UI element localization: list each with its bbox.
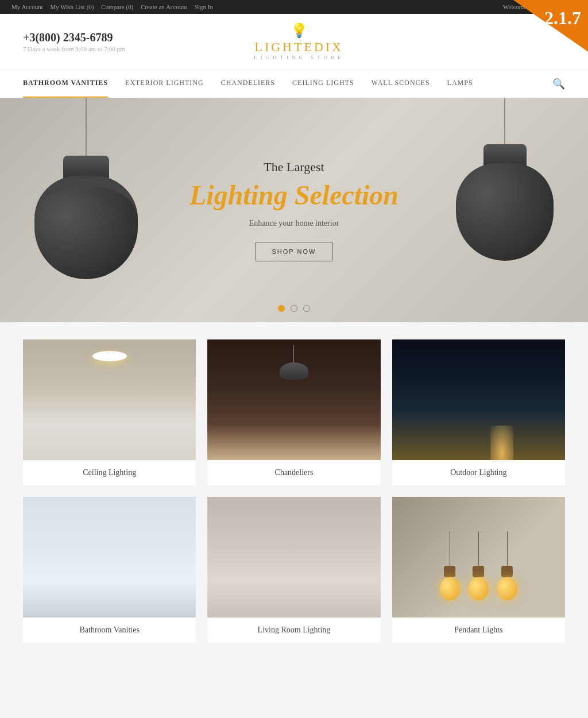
bulb-holder-1 <box>444 566 455 577</box>
nav-wall-sconces[interactable]: WALL SCONCES <box>372 70 430 98</box>
bulb-cord-3 <box>507 531 508 566</box>
wishlist-link[interactable]: My Wish List (0) <box>50 3 94 10</box>
bulb-group <box>440 514 517 600</box>
nav-bathroom-vanities[interactable]: BATHROOM VANITIES <box>23 70 108 98</box>
product-label-chandeliers: Chandeliers <box>275 460 314 485</box>
nav-exterior-lighting[interactable]: EXTERIOR LIGHTING <box>125 70 204 98</box>
room-pendant-illustration <box>392 497 565 617</box>
product-image-bathroom <box>23 497 196 617</box>
lamp-wire-right <box>504 98 505 144</box>
product-card-living[interactable]: Living Room Lighting <box>207 497 380 643</box>
nav-lamps[interactable]: LAMPS <box>447 70 473 98</box>
product-label-outdoor: Outdoor Lighting <box>450 460 506 485</box>
logo-name: LIGHTEDIX <box>254 40 343 55</box>
phone-number: +3(800) 2345-6789 <box>23 31 125 44</box>
bulb-globe-1 <box>440 577 460 600</box>
lamp-wire-left <box>86 98 87 156</box>
logo-tagline: LIGHTING STORE <box>254 55 345 60</box>
create-account-link[interactable]: Create an Account <box>141 3 187 10</box>
room-outdoor-illustration <box>392 339 565 460</box>
bulb-cord-1 <box>450 531 450 566</box>
lamp-body-right <box>456 163 554 261</box>
ceiling-lamp-illustration <box>92 351 127 361</box>
product-card-pendant[interactable]: Pendant Lights <box>392 497 565 643</box>
pendant-shade <box>280 362 308 380</box>
product-image-living <box>207 497 380 617</box>
logo-name-part2: DIX <box>314 40 343 54</box>
logo[interactable]: 💡 LIGHTEDIX LIGHTING STORE <box>254 22 345 60</box>
carousel-dot-3[interactable] <box>303 305 310 312</box>
product-section: Ceiling Lighting Chandeliers <box>0 322 588 671</box>
product-image-ceiling <box>23 339 196 460</box>
signin-link[interactable]: Sign In <box>195 3 213 10</box>
main-nav: BATHROOM VANITIES EXTERIOR LIGHTING CHAN… <box>0 70 588 98</box>
room-bathroom-illustration <box>23 497 196 617</box>
hero-description: Enhance your home interior <box>189 219 399 228</box>
version-number: 2.1.7 <box>544 9 581 27</box>
phone-section: +3(800) 2345-6789 7 Days a week from 9:0… <box>23 31 125 52</box>
bulb-holder-2 <box>473 566 484 577</box>
bulb-item-1 <box>440 531 460 600</box>
carousel-dot-2[interactable] <box>291 305 297 312</box>
product-grid-row1: Ceiling Lighting Chandeliers <box>23 339 565 485</box>
product-image-chandeliers <box>207 339 380 460</box>
product-image-pendant <box>392 497 565 617</box>
logo-icon: 💡 <box>291 22 308 38</box>
business-hours: 7 Days a week from 9:00 am to 7:00 pm <box>23 45 125 52</box>
bulb-cord-2 <box>478 531 479 566</box>
hero-subtitle: The Largest <box>189 160 399 175</box>
hero-banner: The Largest Lighting Selection Enhance y… <box>0 98 588 322</box>
hero-title: Lighting Selection <box>189 179 399 211</box>
search-icon[interactable]: 🔍 <box>552 78 565 90</box>
lamp-body-left <box>34 176 138 279</box>
top-bar-links: My Account My Wish List (0) Compare (0) … <box>11 3 219 10</box>
bulb-holder-3 <box>501 566 513 577</box>
product-label-bathroom: Bathroom Vanities <box>79 617 139 643</box>
product-card-ceiling[interactable]: Ceiling Lighting <box>23 339 196 485</box>
product-card-outdoor[interactable]: Outdoor Lighting <box>392 339 565 485</box>
bulb-item-3 <box>497 531 517 600</box>
bulb-globe-2 <box>469 577 489 600</box>
hero-content: The Largest Lighting Selection Enhance y… <box>189 160 399 261</box>
product-label-living: Living Room Lighting <box>258 617 331 643</box>
shop-now-button[interactable]: SHOP NOW <box>256 242 333 261</box>
logo-name-part1: LIGHTE <box>254 40 314 54</box>
product-card-chandeliers[interactable]: Chandeliers <box>207 339 380 485</box>
room-dining-illustration <box>207 339 380 460</box>
product-label-pendant: Pendant Lights <box>454 617 502 643</box>
top-bar: My Account My Wish List (0) Compare (0) … <box>0 0 588 14</box>
nav-chandeliers[interactable]: CHANDELIERS <box>221 70 275 98</box>
hero-carousel-dots <box>278 305 310 312</box>
bulb-globe-3 <box>497 577 517 600</box>
outdoor-glow <box>490 426 513 460</box>
pendant-lamp-illustration <box>280 345 308 380</box>
hero-lamp-right <box>456 98 554 261</box>
bulb-item-2 <box>469 531 489 600</box>
room-living-illustration <box>207 497 380 617</box>
product-label-ceiling: Ceiling Lighting <box>83 460 136 485</box>
carousel-dot-1[interactable] <box>278 305 285 312</box>
product-card-bathroom[interactable]: Bathroom Vanities <box>23 497 196 643</box>
nav-ceiling-lights[interactable]: CEILING LIGHTS <box>292 70 354 98</box>
my-account-link[interactable]: My Account <box>11 3 43 10</box>
pendant-wire <box>293 345 294 362</box>
lamp-cap-left <box>63 156 109 179</box>
compare-link[interactable]: Compare (0) <box>101 3 133 10</box>
hero-lamp-left <box>34 98 138 279</box>
header: +3(800) 2345-6789 7 Days a week from 9:0… <box>0 14 588 70</box>
product-image-outdoor <box>392 339 565 460</box>
product-grid-row2: Bathroom Vanities Living Room Lighting <box>23 497 565 643</box>
room-ceiling-illustration <box>23 339 196 460</box>
